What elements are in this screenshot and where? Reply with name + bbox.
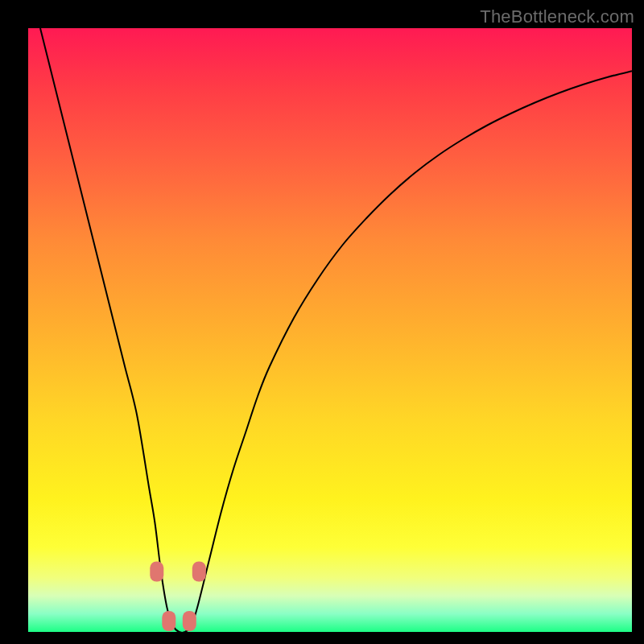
watermark-text: TheBottleneck.com <box>480 6 634 27</box>
curve-markers <box>150 562 206 632</box>
marker-right-upper <box>192 562 206 582</box>
marker-right-lower <box>183 611 196 631</box>
plot-area <box>28 28 632 632</box>
chart-frame: TheBottleneck.com <box>0 0 644 644</box>
chart-svg <box>28 28 632 632</box>
bottleneck-curve <box>40 28 632 633</box>
marker-left-lower <box>162 611 175 631</box>
marker-left-upper <box>150 562 163 582</box>
